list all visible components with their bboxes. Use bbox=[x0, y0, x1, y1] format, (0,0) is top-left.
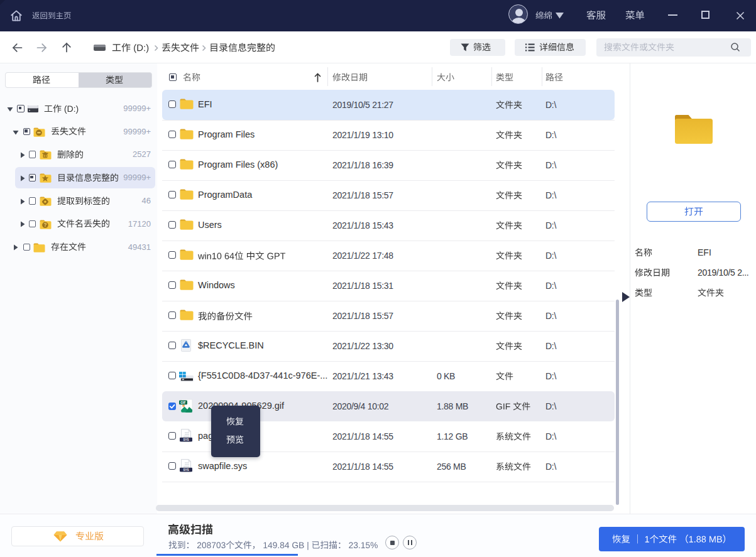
svg-text:SYS: SYS bbox=[183, 468, 189, 472]
svg-text:SYS: SYS bbox=[183, 438, 189, 441]
svg-text:GIF: GIF bbox=[180, 401, 185, 404]
svg-text:?: ? bbox=[43, 222, 47, 227]
